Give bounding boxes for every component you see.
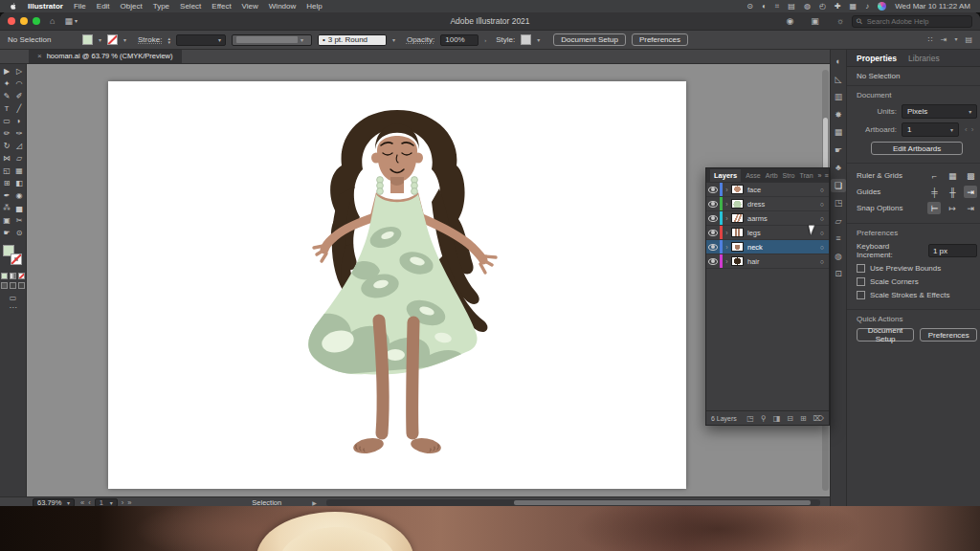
document-setup-button[interactable]: Document Setup [553, 33, 626, 46]
layer-thumbnail[interactable] [731, 242, 744, 252]
lock-guides-icon[interactable]: ╫ [946, 186, 959, 198]
layer-name[interactable]: legs [747, 229, 761, 237]
hand-tool-icon[interactable]: ☛ [1, 228, 13, 240]
artboards-panel-icon[interactable]: ▱ [831, 214, 846, 228]
none-mode-button[interactable] [18, 273, 25, 279]
help-search-input[interactable] [865, 16, 968, 27]
line-segment-tool-icon[interactable]: ╱ [13, 103, 26, 116]
next-artboard-icon[interactable]: › [122, 498, 124, 506]
lasso-tool-icon[interactable]: ◠ [13, 78, 26, 91]
expand-layer-icon[interactable]: › [723, 244, 731, 251]
scale-tool-icon[interactable]: ◿ [13, 141, 26, 153]
snap-to-glyph-icon[interactable]: ⇥ [964, 202, 977, 214]
layers-panel-icon[interactable]: ❏ [831, 179, 846, 192]
edit-artboards-button[interactable]: Edit Artboards [871, 142, 963, 155]
home-icon[interactable]: ⌂ [50, 17, 55, 26]
expand-layer-icon[interactable]: › [723, 258, 731, 265]
make-clipping-mask-icon[interactable]: ◨ [773, 414, 781, 423]
discover-bulb-icon[interactable]: ☼ [836, 17, 844, 26]
document-tab[interactable]: × hooman.ai @ 63.79 % (CMYK/Preview) [29, 50, 182, 63]
draw-behind-mode-button[interactable] [10, 282, 16, 289]
menu-view[interactable]: View [242, 2, 258, 11]
layer-name[interactable]: aarms [747, 214, 768, 223]
tab-transparency[interactable]: Tran [799, 172, 813, 179]
fill-swatch[interactable] [82, 34, 93, 45]
brush-definition-dropdown[interactable]: • 3 pt. Round [318, 34, 387, 46]
layer-target-icon[interactable]: ○ [820, 187, 824, 193]
direct-selection-tool-icon[interactable]: ▷ [13, 66, 26, 78]
edit-toolbar-icon[interactable]: ⋯ [10, 303, 17, 313]
mesh-tool-icon[interactable]: ⊞ [1, 178, 13, 190]
layer-thumbnail[interactable] [731, 185, 744, 194]
locate-object-icon[interactable]: ⚲ [761, 414, 767, 423]
width-profile-dropdown[interactable]: ▾ [232, 34, 312, 46]
brushes-panel-icon[interactable]: ✸ [831, 108, 846, 121]
graph-tool-icon[interactable]: ▅ [13, 203, 26, 215]
use-preview-bounds-checkbox[interactable] [857, 264, 865, 273]
layer-name[interactable]: face [747, 186, 761, 194]
apple-logo-icon[interactable] [10, 2, 17, 11]
menu-window[interactable]: Window [269, 2, 296, 11]
free-transform-tool-icon[interactable]: ▱ [13, 153, 26, 165]
qa-preferences-button[interactable]: Preferences [920, 328, 977, 342]
asset-export-panel-icon[interactable]: ⊡ [831, 267, 846, 280]
last-artboard-icon[interactable]: » [127, 498, 131, 506]
artboard-tool-icon[interactable]: ▣ [1, 215, 13, 228]
tab-libraries[interactable]: Libraries [908, 54, 940, 63]
layer-thumbnail[interactable] [731, 256, 744, 266]
selection-tool-icon[interactable]: ▶ [1, 66, 13, 78]
panel-list-icon[interactable]: ▤ [965, 35, 972, 44]
shape-builder-tool-icon[interactable]: ◱ [1, 165, 13, 178]
draw-normal-mode-button[interactable] [1, 282, 8, 289]
status-icon-8[interactable]: ▦ [850, 2, 858, 11]
layer-target-icon[interactable]: ○ [820, 201, 824, 208]
draw-inside-mode-button[interactable] [18, 282, 25, 289]
show-transparency-grid-icon[interactable]: ▩ [964, 169, 977, 182]
pen-tool-icon[interactable]: ✎ [1, 91, 13, 103]
visibility-eye-icon[interactable] [706, 230, 720, 236]
panel-collapse-icon[interactable]: » [818, 172, 822, 179]
visibility-eye-icon[interactable] [706, 258, 720, 265]
rectangle-tool-icon[interactable]: ▭ [1, 116, 13, 128]
status-icon-5[interactable]: ◍ [804, 2, 811, 11]
stroke-dropdown-icon[interactable]: ▾ [123, 36, 126, 43]
stroke-swatch[interactable] [107, 34, 118, 45]
panel-menu-icon[interactable]: ≡ [824, 172, 828, 179]
curvature-tool-icon[interactable]: ✐ [13, 91, 26, 103]
visibility-eye-icon[interactable] [706, 201, 720, 208]
layer-target-icon[interactable]: ○ [820, 258, 824, 265]
expand-layer-icon[interactable]: › [723, 201, 731, 208]
show-guides-icon[interactable]: ╪ [927, 186, 941, 198]
visibility-eye-icon[interactable] [706, 215, 720, 222]
horizontal-scrollbar-thumb[interactable] [514, 500, 811, 505]
menu-clock[interactable]: Wed Mar 10 11:22 AM [895, 2, 970, 11]
opacity-chevron-icon[interactable]: › [484, 37, 486, 43]
paintbrush-tool-icon[interactable]: ◗ [13, 116, 26, 128]
scale-strokes-effects-checkbox[interactable] [857, 291, 865, 299]
layer-thumbnail[interactable] [731, 199, 744, 209]
pixel-grid-toggle-icon[interactable]: ∷ [928, 35, 933, 44]
show-grid-icon[interactable]: ▦ [946, 169, 959, 182]
tab-properties[interactable]: Properties [857, 54, 897, 63]
layer-target-icon[interactable]: ○ [820, 230, 824, 236]
minimize-window-button[interactable] [20, 17, 28, 25]
gradient-tool-icon[interactable]: ◧ [13, 178, 26, 190]
layer-target-icon[interactable]: ○ [820, 215, 824, 222]
artboard-nav-dropdown[interactable]: 1 ▾ [95, 498, 118, 506]
stroke-panel-icon[interactable]: ≡ [831, 231, 846, 245]
menu-help[interactable]: Help [306, 2, 322, 11]
tab-artboards[interactable]: Artb [766, 172, 778, 179]
zoom-tool-icon[interactable]: ⊙ [13, 228, 26, 240]
new-layer-icon[interactable]: ⊞ [800, 414, 807, 423]
stroke-weight-dropdown[interactable]: ▾ [176, 34, 226, 46]
perspective-grid-tool-icon[interactable]: ▦ [13, 165, 26, 178]
layer-row-neck-selected[interactable]: › neck ○ [706, 240, 829, 254]
visibility-eye-icon[interactable] [706, 244, 720, 251]
menu-illustrator[interactable]: Illustrator [28, 2, 63, 11]
color-guide-panel-icon[interactable]: ◺ [831, 73, 846, 86]
expand-layer-icon[interactable]: › [723, 215, 731, 222]
symbols-hand-panel-icon[interactable]: ☛ [831, 143, 846, 157]
slice-tool-icon[interactable]: ✂ [13, 215, 26, 228]
layer-name[interactable]: dress [747, 200, 765, 209]
keyboard-increment-field[interactable]: 1 px [928, 244, 977, 257]
